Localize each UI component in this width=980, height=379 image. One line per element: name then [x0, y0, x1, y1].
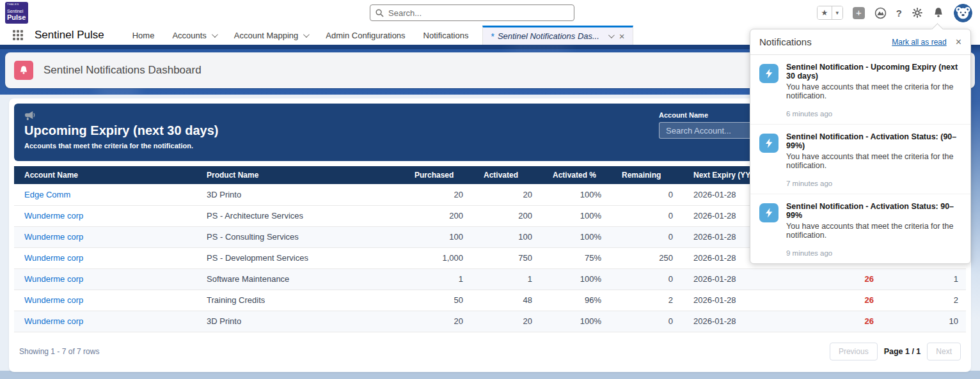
- quantity-cell: 1: [881, 268, 966, 290]
- mark-all-as-read-link[interactable]: Mark all as read: [892, 38, 946, 47]
- setup-gear-icon[interactable]: [912, 7, 923, 19]
- remaining-cell: 0: [612, 226, 683, 247]
- notification-item[interactable]: Sentinel Notification - Upcoming Expiry …: [750, 55, 970, 125]
- activated-cell: 750: [473, 247, 542, 268]
- app-launcher-icon[interactable]: [13, 30, 23, 40]
- days-to-expiry-cell: 26: [805, 311, 881, 332]
- favorites-star-icon[interactable]: ★: [818, 6, 832, 19]
- next-page-button[interactable]: Next: [927, 343, 961, 360]
- utility-bar: THALES Sentinel Pulse ★ ▾ + ?: [0, 0, 980, 26]
- search-icon: [375, 9, 384, 17]
- app-root: THALES Sentinel Pulse ★ ▾ + ?: [0, 0, 980, 379]
- close-icon[interactable]: ×: [956, 37, 961, 47]
- tab-home[interactable]: Home: [123, 26, 164, 45]
- tab-accounts[interactable]: Accounts: [163, 26, 225, 45]
- account-link[interactable]: Wunderme corp: [14, 290, 196, 311]
- column-header[interactable]: Activated: [473, 166, 542, 184]
- account-link[interactable]: Wunderme corp: [14, 268, 196, 290]
- nav-tabs: Home Accounts Account Mapping Admin Conf…: [123, 26, 633, 45]
- account-link[interactable]: Wunderme corp: [14, 247, 196, 268]
- purchased-cell: 20: [404, 184, 473, 205]
- account-link[interactable]: Wunderme corp: [14, 311, 196, 332]
- background-gradient-strip: [971, 45, 980, 345]
- table-footer: Showing 1 - 7 of 7 rows Previous Page 1 …: [14, 332, 966, 367]
- account-name-link[interactable]: Wunderme corp: [24, 274, 83, 284]
- user-avatar[interactable]: [954, 4, 972, 22]
- lightning-bolt-icon: [759, 134, 778, 153]
- account-name-link[interactable]: Wunderme corp: [24, 211, 83, 220]
- account-name-link[interactable]: Wunderme corp: [24, 232, 83, 242]
- previous-page-button[interactable]: Previous: [830, 343, 878, 360]
- product-cell: PS - Consulting Services: [196, 226, 404, 247]
- notifications-popover: Notifications Mark all as read × Sentine…: [750, 29, 971, 264]
- notification-item[interactable]: Sentinel Notification - Activation Statu…: [750, 125, 970, 194]
- account-link[interactable]: Edge Comm: [14, 184, 196, 205]
- help-icon[interactable]: ?: [896, 8, 902, 19]
- logo-sentinel-text: Sentinel: [7, 9, 26, 13]
- activated-cell: 48: [473, 290, 542, 311]
- activated-pct-cell: 100%: [542, 226, 612, 247]
- avatar-bear-icon: [954, 4, 972, 22]
- global-search[interactable]: [370, 4, 574, 21]
- purchased-cell: 1,000: [404, 247, 473, 268]
- account-name-link[interactable]: Edge Comm: [24, 190, 70, 199]
- logo-pulse-text: Pulse: [7, 14, 26, 21]
- quantity-cell: 2: [881, 290, 966, 311]
- activated-pct-cell: 96%: [542, 290, 612, 311]
- notification-item[interactable]: Sentinel Notification - Activation Statu…: [750, 194, 970, 263]
- notification-text: You have accounts that meet the criteria…: [786, 152, 961, 170]
- notification-title: Sentinel Notification - Activation Statu…: [786, 202, 961, 220]
- global-actions-icon[interactable]: +: [853, 7, 865, 19]
- tab-close-icon[interactable]: ×: [619, 31, 625, 42]
- notification-text: You have accounts that meet the criteria…: [786, 82, 961, 100]
- product-cell: PS - Architecture Services: [196, 205, 404, 226]
- page-title: Sentinel Notifications Dashboard: [43, 64, 202, 77]
- notifications-bell-icon[interactable]: [933, 7, 944, 19]
- account-link[interactable]: Wunderme corp: [14, 205, 196, 226]
- favorites-dropdown-icon[interactable]: ▾: [832, 6, 842, 19]
- product-cell: PS - Development Services: [196, 247, 404, 268]
- tab-notifications[interactable]: Notifications: [415, 26, 478, 45]
- chevron-down-icon[interactable]: [608, 32, 615, 38]
- tab-sentinel-notifications-dashboard[interactable]: * Sentinel Notifications Das... ×: [482, 26, 633, 45]
- brand-logo: THALES Sentinel Pulse: [5, 2, 28, 24]
- tab-account-mapping[interactable]: Account Mapping: [225, 26, 317, 45]
- table-row: Wunderme corp3D Printo2020100%02026-01-2…: [14, 311, 966, 332]
- notification-body: Sentinel Notification - Activation Statu…: [786, 202, 961, 257]
- page-bell-badge: [14, 61, 33, 80]
- activated-cell: 100: [473, 226, 542, 247]
- bottom-strip: [0, 371, 980, 379]
- logo-thales-text: THALES: [7, 3, 26, 6]
- column-header[interactable]: Purchased: [404, 166, 473, 184]
- column-header[interactable]: Account Name: [14, 166, 196, 184]
- activated-pct-cell: 100%: [542, 184, 612, 205]
- notifications-list: Sentinel Notification - Upcoming Expiry …: [750, 55, 970, 263]
- active-tab-label: Sentinel Notifications Das...: [498, 31, 599, 41]
- account-name-link[interactable]: Wunderme corp: [24, 253, 83, 263]
- account-link[interactable]: Wunderme corp: [14, 226, 196, 247]
- utility-icons: ★ ▾ + ?: [817, 0, 972, 26]
- guidance-center-icon[interactable]: [874, 7, 887, 19]
- tab-admin-configurations[interactable]: Admin Configurations: [317, 26, 414, 45]
- remaining-cell: 0: [612, 205, 683, 226]
- column-header[interactable]: Activated %: [542, 166, 612, 184]
- notification-timestamp: 7 minutes ago: [786, 180, 961, 187]
- account-name-link[interactable]: Wunderme corp: [24, 295, 83, 305]
- unsaved-marker: *: [491, 31, 494, 42]
- search-input[interactable]: [388, 8, 569, 18]
- remaining-cell: 250: [612, 247, 683, 268]
- next-expiry-cell: 2026-01-28: [683, 311, 805, 332]
- purchased-cell: 1: [404, 268, 473, 290]
- activated-pct-cell: 100%: [542, 268, 612, 290]
- lightning-bolt-icon: [759, 64, 778, 83]
- account-name-link[interactable]: Wunderme corp: [24, 316, 83, 326]
- purchased-cell: 20: [404, 311, 473, 332]
- notification-title: Sentinel Notification - Activation Statu…: [786, 132, 961, 150]
- chevron-down-icon: [303, 31, 310, 38]
- notification-body: Sentinel Notification - Upcoming Expiry …: [786, 63, 961, 118]
- next-expiry-cell: 2026-01-28: [683, 268, 805, 290]
- activated-cell: 20: [473, 311, 542, 332]
- column-header[interactable]: Remaining: [612, 166, 683, 184]
- column-header[interactable]: Product Name: [196, 166, 404, 184]
- table-row: Wunderme corpTraining Credits504896%2202…: [14, 290, 966, 311]
